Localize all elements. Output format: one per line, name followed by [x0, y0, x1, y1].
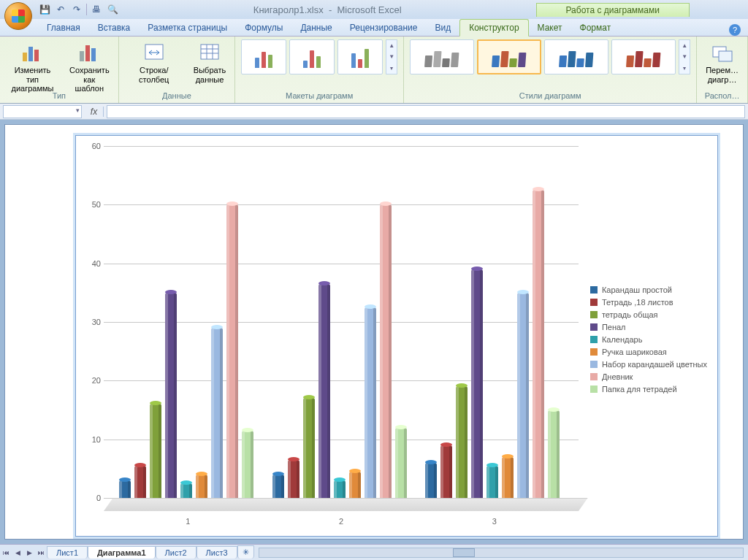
- style-option-1[interactable]: [410, 39, 474, 74]
- bar[interactable]: [288, 460, 299, 498]
- fx-icon[interactable]: fx: [85, 107, 104, 117]
- group-location: Перем… диагр… Распол…: [697, 37, 748, 103]
- sheet-tab-chart[interactable]: Диаграмма1: [88, 546, 156, 559]
- legend-swatch: [590, 336, 598, 343]
- bar[interactable]: [517, 293, 529, 498]
- sheet-tab-3[interactable]: Лист3: [196, 546, 237, 559]
- legend-label: Пенал: [602, 323, 626, 331]
- layout-option-2[interactable]: [289, 39, 335, 74]
- bar[interactable]: [548, 410, 560, 499]
- bar[interactable]: [334, 480, 346, 498]
- legend-item[interactable]: Карандаш простой: [590, 285, 707, 294]
- legend-swatch: [590, 286, 598, 294]
- tab-nav-next[interactable]: ▶: [23, 549, 35, 556]
- legend-label: Тетрадь ,18 листов: [602, 298, 673, 307]
- style-option-4[interactable]: [611, 39, 676, 74]
- ribbon-tabs: Главная Вставка Разметка страницы Формул…: [0, 19, 748, 37]
- tab-home[interactable]: Главная: [38, 20, 89, 36]
- office-button[interactable]: [4, 2, 32, 30]
- bar[interactable]: [134, 466, 146, 498]
- layout-option-1[interactable]: [241, 39, 286, 74]
- chart-styles-gallery: ▲▼▾: [410, 39, 690, 74]
- tab-view[interactable]: Вид: [426, 20, 459, 36]
- tab-nav-last[interactable]: ⏭: [35, 549, 47, 556]
- tab-review[interactable]: Рецензирование: [341, 20, 427, 36]
- bar[interactable]: [440, 445, 452, 498]
- legend-label: Папка для тетрадей: [602, 385, 677, 394]
- bar[interactable]: [226, 204, 238, 498]
- bar[interactable]: [165, 293, 177, 498]
- bar[interactable]: [395, 428, 407, 498]
- horizontal-scrollbar[interactable]: [259, 548, 744, 558]
- bar[interactable]: [365, 307, 376, 498]
- name-box[interactable]: [3, 105, 82, 118]
- tab-chart-format[interactable]: Формат: [571, 20, 620, 36]
- qat-redo[interactable]: ↷: [70, 3, 83, 16]
- tab-nav-prev[interactable]: ◀: [12, 549, 23, 556]
- bar[interactable]: [318, 284, 330, 498]
- help-icon[interactable]: ?: [729, 24, 741, 36]
- bar[interactable]: [486, 466, 498, 498]
- qat-save[interactable]: 💾: [38, 3, 51, 16]
- bar[interactable]: [533, 190, 544, 498]
- workspace: 0102030405060123 Карандаш простойТетрадь…: [0, 120, 748, 544]
- qat-quickprint[interactable]: 🖶: [90, 3, 103, 16]
- bar[interactable]: [242, 431, 253, 498]
- legend-swatch: [590, 361, 598, 368]
- legend-item[interactable]: Папка для тетрадей: [590, 385, 707, 394]
- tab-nav-first[interactable]: ⏮: [0, 549, 12, 556]
- bar[interactable]: [180, 483, 192, 498]
- tab-insert[interactable]: Вставка: [89, 20, 140, 36]
- chart-layouts-gallery: ▲▼▾: [241, 39, 397, 74]
- tab-formulas[interactable]: Формулы: [236, 20, 291, 36]
- tab-chart-layout[interactable]: Макет: [529, 20, 571, 36]
- legend-item[interactable]: тетрадь общая: [590, 310, 707, 319]
- layouts-scroll[interactable]: ▲▼▾: [386, 39, 397, 74]
- switch-row-column-button[interactable]: Строка/столбец: [125, 39, 183, 85]
- new-sheet-button[interactable]: ✳: [237, 545, 254, 559]
- legend-item[interactable]: Набор карандашей цветных: [590, 360, 707, 369]
- bar[interactable]: [502, 457, 514, 498]
- bar[interactable]: [425, 463, 437, 498]
- chart-object[interactable]: 0102030405060123 Карандаш простойТетрадь…: [75, 135, 718, 537]
- legend-swatch: [590, 373, 598, 380]
- tab-data[interactable]: Данные: [291, 20, 340, 36]
- select-data-button[interactable]: Выбрать данные: [191, 39, 229, 85]
- bar[interactable]: [119, 480, 131, 498]
- bar[interactable]: [150, 404, 161, 498]
- style-option-3[interactable]: [544, 39, 608, 74]
- y-tick-label: 30: [82, 318, 101, 326]
- change-chart-type-button[interactable]: Изменить тип диаграммы: [6, 39, 59, 95]
- bar-cluster: [272, 204, 407, 498]
- sheet-tab-1[interactable]: Лист1: [47, 546, 88, 559]
- legend-item[interactable]: Календарь: [590, 335, 707, 344]
- tab-chart-design[interactable]: Конструктор: [459, 19, 528, 37]
- move-chart-button[interactable]: Перем… диагр…: [703, 39, 741, 85]
- bar[interactable]: [349, 472, 361, 498]
- legend-swatch: [590, 348, 598, 356]
- legend-item[interactable]: Тетрадь ,18 листов: [590, 298, 707, 307]
- styles-scroll[interactable]: ▲▼▾: [679, 39, 690, 74]
- svg-rect-6: [145, 45, 163, 59]
- bar[interactable]: [471, 269, 483, 498]
- sheet-tab-2[interactable]: Лист2: [156, 546, 196, 559]
- formula-input[interactable]: [107, 105, 745, 118]
- bar[interactable]: [196, 475, 207, 498]
- bar[interactable]: [380, 204, 392, 498]
- legend-item[interactable]: Ручка шариковая: [590, 348, 707, 356]
- legend-item[interactable]: Дневник: [590, 372, 707, 381]
- svg-rect-2: [34, 50, 39, 61]
- qat-preview[interactable]: 🔍: [106, 3, 119, 16]
- tab-page-layout[interactable]: Разметка страницы: [139, 20, 236, 36]
- qat-undo[interactable]: ↶: [54, 3, 67, 16]
- bar[interactable]: [272, 475, 284, 498]
- bar[interactable]: [303, 398, 315, 498]
- legend-item[interactable]: Пенал: [590, 323, 707, 331]
- bar[interactable]: [211, 328, 223, 498]
- bar[interactable]: [456, 386, 468, 498]
- save-as-template-button[interactable]: Сохранить как шаблон: [66, 39, 112, 95]
- style-option-2[interactable]: [477, 39, 541, 74]
- chart-legend: Карандаш простойТетрадь ,18 листовтетрад…: [590, 282, 707, 397]
- layout-option-3[interactable]: [337, 39, 383, 74]
- legend-label: тетрадь общая: [602, 310, 658, 319]
